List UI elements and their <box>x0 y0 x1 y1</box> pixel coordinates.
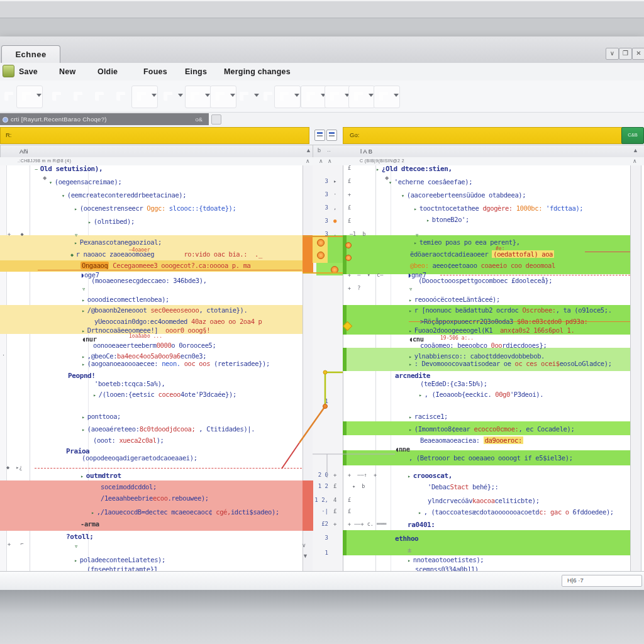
gutter-mark[interactable]: + — ▾ c— <box>348 272 383 278</box>
code-line[interactable]: ▸croooscat, <box>408 472 452 480</box>
gutter-mark[interactable]: + ◆ <box>8 231 24 237</box>
close-window-icon[interactable]: ✕ <box>632 48 644 60</box>
code-line[interactable]: /1eeaahbeebrieecoo.rebouwee); <box>101 494 209 502</box>
scroll-arrow-icon[interactable]: ∧ <box>633 158 637 164</box>
code-line[interactable]: ëdöaeraoctdcadieaoeer (oedattofal) aoa <box>410 250 554 258</box>
code-line[interactable]: @beo: aeeo¢eetoaoo coaeeio coo deoomoal <box>410 262 555 270</box>
code-line[interactable]: ◖nne <box>395 445 410 453</box>
merge-action-icon[interactable] <box>317 239 325 247</box>
code-line[interactable]: ▸ponttooa; <box>82 413 121 421</box>
code-line[interactable]: (oopodeeoqadigeraetodcaoeaaei); <box>82 454 197 462</box>
code-line[interactable]: cooāomeo: beeoobco 0oordiecdooes}; <box>420 341 547 350</box>
scroll-arrow-icon[interactable]: ▲ <box>633 147 638 153</box>
menu-item-new[interactable]: New <box>59 63 75 80</box>
export-icon-dropdown[interactable] <box>254 94 259 97</box>
code-line[interactable]: ▿ <box>74 542 78 550</box>
gutter-mark[interactable]: ✦ b <box>352 483 365 489</box>
code-line[interactable]: ▾'echerne coesâeefae); <box>389 178 472 187</box>
code-line[interactable]: ▾(eemcreatecontereddrbeetacinae); <box>62 191 186 200</box>
code-line[interactable]: ▸nnoteaotooetistes); <box>408 556 484 565</box>
code-line[interactable]: ▸(aoeoaéreteeo:8c0tdoodjdcooa; , Ctitida… <box>82 425 255 434</box>
menu-item-eings[interactable]: Eings <box>185 63 207 80</box>
scroll-arrow-icon[interactable]: ∧ <box>319 158 323 164</box>
menu-item-save[interactable]: Save <box>19 63 38 80</box>
scroll-arrow-icon[interactable]: ▼ <box>303 553 308 559</box>
code-line[interactable]: ▸(oocenestrenseecr Oggc: slcooc::{tdoate… <box>74 204 236 213</box>
sync-icon[interactable] <box>213 89 228 104</box>
save-report-icon[interactable] <box>351 89 366 104</box>
left-code-pane[interactable]: + ◆◆ ▸¿+ ⌐·−Old setutision),◆▾(oegeensac… <box>0 162 303 571</box>
code-line[interactable]: ▸/(looen:{eetsic coceoo4ote'P3dcaée}); <box>93 391 236 399</box>
merge-icon[interactable] <box>160 89 175 104</box>
file-right-icon[interactable] <box>70 89 86 104</box>
gutter-mark[interactable]: + <box>348 191 351 197</box>
code-line[interactable]: Ongaaoq Cecegaomeee3 ooogecot?.ca:ooooa … <box>80 262 250 270</box>
code-line[interactable]: ▸r [noonuoc beädattub2 ocrdoc Oscrobee:,… <box>409 306 612 315</box>
scroll-arrow-icon[interactable]: ∧ <box>328 158 332 164</box>
open-folder-icon[interactable] <box>19 89 34 104</box>
code-line[interactable]: ▾(oegeensacreimae); <box>49 178 121 187</box>
code-line[interactable]: (ooot: xueca2c0al); <box>93 436 164 445</box>
gutter-mark[interactable]: £ <box>348 218 351 224</box>
code-line[interactable]: -arma <box>80 520 99 528</box>
accept-merge-button[interactable]: C&B <box>621 127 644 144</box>
left-file-bar[interactable]: R: <box>0 127 309 144</box>
gutter-mark[interactable]: £ <box>348 497 351 503</box>
status-badge[interactable]: H|6 ·7 <box>562 575 642 587</box>
code-line[interactable]: (Doooctooospettgocomboec £dooleceå}; <box>418 277 552 285</box>
gutter-add-cell-2[interactable] <box>316 263 343 275</box>
help-icon[interactable] <box>277 89 292 104</box>
open-folder-icon-dropdown[interactable] <box>36 94 42 97</box>
code-line[interactable]: ▸, (Ieoaoob{eeckic. 00g0'P3deoi). <box>419 391 543 399</box>
code-line[interactable]: soceimoddcddol; <box>101 483 157 491</box>
code-line[interactable]: ▸(aogoanoeaoooaecee: neon. ooc oos (rete… <box>82 360 270 369</box>
app-menu-icon[interactable] <box>3 65 14 77</box>
gutter-mark[interactable]: ◆ ▸¿ <box>6 464 23 470</box>
code-line[interactable]: ◆r naoaoc zaoeaoomoaeg ro:vido oac bia.:… <box>70 250 262 259</box>
report-icon[interactable] <box>327 89 342 104</box>
restore-window-icon[interactable]: ❐ <box>619 48 632 60</box>
code-line[interactable]: 19-506 a:.. <box>440 333 474 342</box>
code-line[interactable]: ▸tooctntocetathee dgogère: 1000bc: 'fdct… <box>414 204 583 213</box>
code-line[interactable]: ethhoo <box>395 535 418 543</box>
code-line[interactable]: ▸(olntibed); <box>88 218 135 226</box>
gutter-mark[interactable]: + ? <box>348 285 360 291</box>
code-line[interactable]: −Old setutision), <box>35 165 103 174</box>
left-pane-header[interactable]: Añi <box>0 145 314 158</box>
edit-icon[interactable] <box>92 89 107 104</box>
chevron-down-icon[interactable]: ∨ <box>606 48 619 60</box>
code-line[interactable]: ▸oooodiecomectlenobea); <box>82 296 169 304</box>
left-doc-icon[interactable] <box>314 130 325 141</box>
code-line[interactable]: (teEdeD:{c3a:5b%); <box>420 380 487 388</box>
code-line[interactable]: ▸, (taoccoatesæcdotaooooooacoetdc: gac o… <box>418 508 614 517</box>
gutter-mark[interactable]: £ <box>348 178 351 184</box>
print-icon[interactable] <box>303 89 318 104</box>
gutter-mark[interactable]: £ <box>348 204 351 211</box>
code-line[interactable]: ▸(Imomntoo8¢eear ecocco0cmoe:, ec Cocade… <box>409 425 574 434</box>
code-line[interactable]: ▸reoooócëcoteeLäntâceé); <box>409 296 500 304</box>
user-settings-icon[interactable] <box>376 89 391 104</box>
warning-icon-dropdown[interactable] <box>205 94 210 97</box>
gutter-mark[interactable]: + ——↑ + <box>348 472 377 478</box>
gutter-mark[interactable]: · <box>2 352 5 358</box>
save-report-icon-dropdown[interactable] <box>369 94 374 97</box>
document-tab[interactable]: Echnee <box>1 45 60 64</box>
code-line[interactable]: ▸outmdtrot <box>80 472 121 480</box>
code-line[interactable]: ◆ <box>43 174 47 182</box>
code-line[interactable]: ra0401: <box>408 521 435 529</box>
path-expand-button[interactable] <box>211 114 221 125</box>
code-line[interactable]: ▸: Devomooocovaatisodear oe oc ces ocei$… <box>409 360 612 369</box>
document-icon[interactable] <box>113 89 128 104</box>
scroll-arrow-icon[interactable]: ▲ <box>306 147 311 153</box>
gutter-mark[interactable]: £ <box>348 165 351 171</box>
code-line[interactable]: ▸¿Old dtecoe:stien, <box>376 165 452 174</box>
code-line[interactable]: ± <box>408 546 411 554</box>
code-line[interactable]: ▸racisce1; <box>409 413 448 421</box>
user-settings-icon-dropdown[interactable] <box>394 94 399 97</box>
scroll-arrow-icon[interactable]: b <box>318 147 321 153</box>
gutter-mark[interactable]: —1 b <box>350 231 366 237</box>
code-line[interactable]: Beaeaomaoeaciea: da9ooeroc: <box>420 436 523 445</box>
compare-files-icon[interactable] <box>1 89 16 104</box>
menu-item-oldie[interactable]: Oldie <box>97 63 118 80</box>
code-line[interactable]: (mooaeonesecgdeccaeo: 346bde3), <box>91 277 207 285</box>
